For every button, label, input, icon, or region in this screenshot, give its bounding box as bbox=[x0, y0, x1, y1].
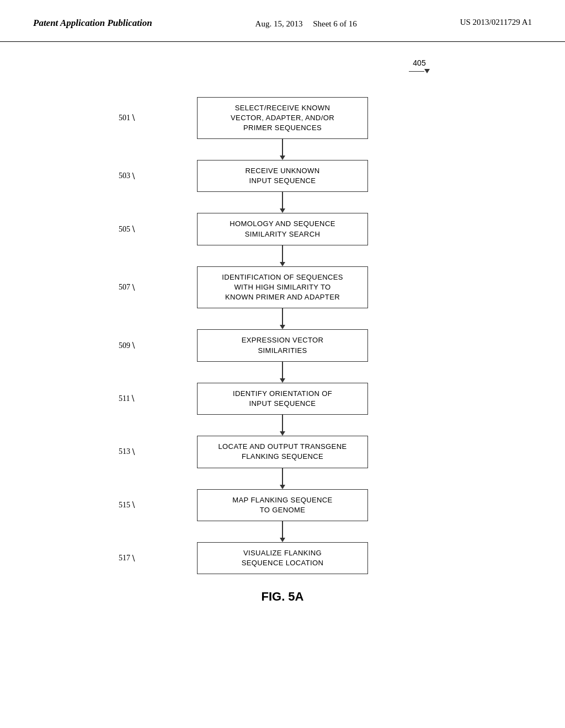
arrow-head-0 bbox=[280, 156, 285, 160]
step-row-509: 509 ∖ EXPRESSION VECTOR SIMILARITIES bbox=[33, 329, 532, 361]
flow-text-507: IDENTIFICATION OF SEQUENCES WITH HIGH SI… bbox=[222, 272, 343, 303]
main-content: 405 501 ∖ SELECT/RECEIVE KNOWN VECTOR, A… bbox=[0, 42, 565, 627]
ref-405-arrowhead bbox=[424, 69, 430, 73]
flow-text-517: VISUALIZE FLANKING SEQUENCE LOCATION bbox=[242, 548, 324, 568]
flow-text-511: IDENTIFY ORIENTATION OF INPUT SEQUENCE bbox=[233, 389, 332, 409]
flow-text-509: EXPRESSION VECTOR SIMILARITIES bbox=[242, 335, 324, 355]
publication-label: Patent Application Publication bbox=[33, 18, 152, 29]
step-slash-515: ∖ bbox=[131, 500, 136, 510]
step-label-513: 513 ∖ bbox=[119, 447, 136, 457]
step-num-501: 501 bbox=[119, 114, 130, 122]
step-label-515: 515 ∖ bbox=[119, 500, 136, 510]
step-label-517: 517 ∖ bbox=[119, 554, 136, 563]
step-num-517: 517 bbox=[119, 554, 130, 563]
flow-text-505: HOMOLOGY AND SEQUENCE SIMILARITY SEARCH bbox=[230, 219, 335, 239]
flow-box-511: IDENTIFY ORIENTATION OF INPUT SEQUENCE bbox=[197, 383, 368, 415]
flowchart: 501 ∖ SELECT/RECEIVE KNOWN VECTOR, ADAPT… bbox=[33, 97, 532, 575]
flow-box-503: RECEIVE UNKNOWN INPUT SEQUENCE bbox=[197, 160, 368, 192]
step-label-503: 503 ∖ bbox=[119, 172, 136, 181]
top-reference-area: 405 bbox=[33, 58, 532, 86]
arrow-head-4 bbox=[280, 378, 285, 383]
step-row-501: 501 ∖ SELECT/RECEIVE KNOWN VECTOR, ADAPT… bbox=[33, 97, 532, 140]
step-num-505: 505 bbox=[119, 225, 130, 234]
ref-405-line bbox=[409, 71, 424, 72]
step-num-511: 511 bbox=[119, 394, 130, 403]
arrow-1-2 bbox=[280, 192, 285, 213]
step-slash-507: ∖ bbox=[131, 283, 136, 292]
flow-box-505: HOMOLOGY AND SEQUENCE SIMILARITY SEARCH bbox=[197, 213, 368, 245]
page: Patent Application Publication Aug. 15, … bbox=[0, 0, 565, 728]
arrow-head-6 bbox=[280, 485, 285, 489]
step-slash-511: ∖ bbox=[130, 394, 135, 403]
step-num-507: 507 bbox=[119, 283, 130, 292]
date-label: Aug. 15, 2013 bbox=[255, 19, 303, 28]
step-row-513: 513 ∖ LOCATE AND OUTPUT TRANSGENE FLANKI… bbox=[33, 436, 532, 468]
flow-box-507: IDENTIFICATION OF SEQUENCES WITH HIGH SI… bbox=[197, 266, 368, 309]
sheet-label: Sheet 6 of 16 bbox=[313, 19, 357, 28]
step-label-511: 511 ∖ bbox=[119, 394, 135, 403]
step-slash-513: ∖ bbox=[131, 447, 136, 457]
page-header: Patent Application Publication Aug. 15, … bbox=[0, 0, 565, 42]
arrow-3-4 bbox=[280, 308, 285, 329]
step-slash-517: ∖ bbox=[131, 554, 136, 563]
arrow-7-8 bbox=[280, 521, 285, 542]
step-row-517: 517 ∖ VISUALIZE FLANKING SEQUENCE LOCATI… bbox=[33, 542, 532, 574]
arrow-head-3 bbox=[280, 325, 285, 329]
step-num-515: 515 bbox=[119, 501, 130, 510]
step-label-507: 507 ∖ bbox=[119, 283, 136, 292]
step-slash-505: ∖ bbox=[131, 224, 136, 234]
ref-405-label: 405 bbox=[413, 58, 425, 67]
arrow-line-3 bbox=[282, 308, 283, 325]
arrow-4-5 bbox=[280, 362, 285, 383]
flow-box-517: VISUALIZE FLANKING SEQUENCE LOCATION bbox=[197, 542, 368, 574]
arrow-line-4 bbox=[282, 362, 283, 378]
arrow-line-7 bbox=[282, 521, 283, 538]
flow-text-513: LOCATE AND OUTPUT TRANSGENE FLANKING SEQ… bbox=[218, 442, 347, 462]
arrow-5-6 bbox=[280, 415, 285, 436]
step-row-505: 505 ∖ HOMOLOGY AND SEQUENCE SIMILARITY S… bbox=[33, 213, 532, 245]
step-slash-503: ∖ bbox=[131, 172, 136, 181]
arrow-6-7 bbox=[280, 468, 285, 489]
step-row-515: 515 ∖ MAP FLANKING SEQUENCE TO GENOME bbox=[33, 489, 532, 521]
step-row-503: 503 ∖ RECEIVE UNKNOWN INPUT SEQUENCE bbox=[33, 160, 532, 192]
arrow-head-5 bbox=[280, 431, 285, 436]
step-label-501: 501 ∖ bbox=[119, 113, 136, 122]
arrow-line-6 bbox=[282, 468, 283, 485]
arrow-line-1 bbox=[282, 192, 283, 208]
flow-text-501: SELECT/RECEIVE KNOWN VECTOR, ADAPTER, AN… bbox=[231, 103, 334, 133]
step-num-509: 509 bbox=[119, 341, 130, 350]
flow-text-515: MAP FLANKING SEQUENCE TO GENOME bbox=[232, 495, 332, 515]
date-sheet-label: Aug. 15, 2013 Sheet 6 of 16 bbox=[255, 18, 357, 30]
flow-box-515: MAP FLANKING SEQUENCE TO GENOME bbox=[197, 489, 368, 521]
arrow-line-5 bbox=[282, 415, 283, 431]
flow-text-503: RECEIVE UNKNOWN INPUT SEQUENCE bbox=[245, 166, 319, 186]
ref-405-arrow bbox=[409, 67, 430, 73]
step-num-503: 503 bbox=[119, 172, 130, 180]
step-row-507: 507 ∖ IDENTIFICATION OF SEQUENCES WITH H… bbox=[33, 266, 532, 309]
figure-caption: FIG. 5A bbox=[261, 590, 303, 604]
flow-box-501: SELECT/RECEIVE KNOWN VECTOR, ADAPTER, AN… bbox=[197, 97, 368, 140]
arrow-line-0 bbox=[282, 139, 283, 156]
step-slash-501: ∖ bbox=[131, 113, 136, 122]
flow-box-513: LOCATE AND OUTPUT TRANSGENE FLANKING SEQ… bbox=[197, 436, 368, 468]
step-num-513: 513 bbox=[119, 447, 130, 456]
step-label-505: 505 ∖ bbox=[119, 224, 136, 234]
patent-number-label: US 2013/0211729 A1 bbox=[460, 18, 532, 27]
step-slash-509: ∖ bbox=[131, 341, 136, 350]
arrow-head-2 bbox=[280, 262, 285, 266]
ref-405: 405 bbox=[409, 58, 430, 73]
step-label-509: 509 ∖ bbox=[119, 341, 136, 350]
arrow-0-1 bbox=[280, 139, 285, 160]
arrow-line-2 bbox=[282, 245, 283, 262]
arrow-2-3 bbox=[280, 245, 285, 266]
flow-box-509: EXPRESSION VECTOR SIMILARITIES bbox=[197, 329, 368, 361]
step-row-511: 511 ∖ IDENTIFY ORIENTATION OF INPUT SEQU… bbox=[33, 383, 532, 415]
arrow-head-7 bbox=[280, 538, 285, 542]
arrow-head-1 bbox=[280, 208, 285, 213]
